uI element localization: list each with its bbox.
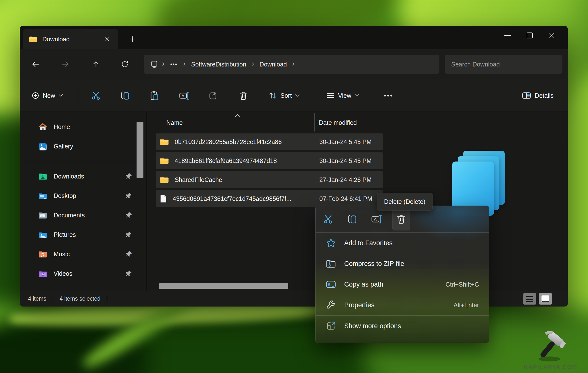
sort-label: Sort (280, 92, 292, 99)
menu-item-label: Properties (344, 301, 374, 309)
delete-button[interactable] (235, 87, 251, 104)
cut-button[interactable] (88, 87, 104, 104)
sidebar-item-home[interactable]: Home (20, 117, 146, 137)
folder-icon (160, 176, 169, 183)
menu-item-properties[interactable]: Properties Alt+Enter (316, 295, 489, 315)
sidebar-item-label: Downloads (54, 173, 84, 180)
breadcrumb-chevron: › (162, 60, 164, 69)
column-header-date-modified[interactable]: Date modified (319, 119, 357, 126)
breadcrumb-chevron: › (292, 60, 295, 69)
sidebar-item-gallery[interactable]: Gallery (20, 137, 146, 156)
rename-button[interactable]: A (176, 87, 192, 104)
tab-close-button[interactable] (102, 34, 112, 44)
minimize-button[interactable] (496, 28, 519, 43)
pin-icon[interactable] (125, 270, 132, 277)
context-menu: A Add to Favorites C (315, 206, 489, 343)
chevron-down-icon (59, 94, 63, 97)
details-view-toggle[interactable] (523, 293, 536, 305)
breadcrumb-softwaredistribution[interactable]: SoftwareDistribution (191, 61, 246, 68)
sidebar-item-desktop[interactable]: Desktop (20, 186, 146, 206)
view-button[interactable]: View (326, 79, 359, 112)
file-row[interactable]: 4356d0691a47361cf7ec1d745adc9856f7f... 0… (156, 190, 383, 207)
sidebar-item-pictures[interactable]: Pictures (20, 225, 146, 244)
menu-item-compress-to-zip[interactable]: Compress to ZIP file (316, 253, 489, 274)
rename-button[interactable]: A (368, 211, 385, 227)
menu-item-label: Show more options (344, 322, 401, 330)
forward-button[interactable] (58, 57, 72, 71)
sort-button[interactable]: Sort (269, 79, 300, 112)
sidebar-item-music[interactable]: Music (20, 244, 146, 264)
window-controls (496, 28, 563, 43)
sidebar-scrollbar[interactable] (137, 122, 143, 178)
close-button[interactable] (541, 28, 563, 43)
copy-button[interactable] (117, 87, 133, 104)
menu-item-shortcut: Ctrl+Shift+C (446, 281, 479, 288)
this-pc-icon (150, 60, 158, 68)
desktop-folder-icon (38, 192, 47, 200)
column-header-row: Name Date modified (147, 112, 394, 133)
file-row[interactable]: 4189ab661ff8cfaf9a6a394974487d18 30-Jan-… (156, 152, 383, 169)
breadcrumb-ellipsis[interactable]: ••• (170, 61, 177, 67)
sidebar-divider (24, 161, 142, 161)
refresh-button[interactable] (118, 57, 132, 71)
more-options-button[interactable]: ••• (384, 79, 393, 112)
star-icon (325, 238, 336, 248)
back-button[interactable] (29, 57, 43, 71)
sidebar-item-label: Home (54, 123, 70, 130)
toolbar-divider (262, 87, 262, 104)
delete-button[interactable] (392, 208, 410, 230)
pin-icon[interactable] (125, 192, 132, 199)
menu-item-add-to-favorites[interactable]: Add to Favorites (316, 233, 489, 253)
show-more-options-icon (325, 321, 336, 331)
pin-icon[interactable] (125, 250, 132, 258)
pictures-folder-icon (38, 231, 47, 239)
maximize-button[interactable] (519, 28, 541, 43)
tab-download[interactable]: Download (23, 29, 118, 49)
status-divider (107, 295, 107, 302)
new-button[interactable]: New (29, 79, 65, 112)
file-date-modified: 07-Feb-24 6:41 PM (319, 195, 372, 202)
menu-item-shortcut: Alt+Enter (453, 302, 479, 309)
plus-circle-icon (31, 92, 39, 99)
address-bar[interactable]: › ••• › SoftwareDistribution › Download … (144, 55, 439, 74)
up-button[interactable] (89, 57, 103, 71)
large-icons-view-toggle[interactable] (539, 293, 552, 305)
sidebar-item-documents[interactable]: Documents (20, 206, 146, 225)
svg-text:\\: \\ (328, 283, 330, 287)
music-folder-icon (38, 251, 47, 258)
column-divider[interactable] (314, 113, 315, 131)
hammer-icon (532, 327, 569, 364)
view-toggles (523, 293, 552, 305)
zip-folder-icon (325, 259, 336, 269)
sidebar-item-videos[interactable]: Videos (20, 264, 146, 283)
file-row[interactable]: SharedFileCache 27-Jan-24 4:26 PM (156, 171, 383, 188)
menu-item-copy-as-path[interactable]: \\ .. Copy as path Ctrl+Shift+C (316, 274, 489, 295)
horizontal-scrollbar[interactable] (159, 283, 288, 289)
folder-icon (29, 36, 37, 43)
details-pane-toggle[interactable]: Details (522, 79, 554, 112)
new-label: New (43, 92, 55, 99)
copy-button[interactable] (344, 211, 360, 227)
pin-icon[interactable] (125, 231, 132, 238)
breadcrumb-download[interactable]: Download (260, 61, 287, 68)
pin-icon[interactable] (125, 173, 132, 180)
paste-button[interactable] (147, 87, 163, 104)
items-selected: 4 items selected (60, 295, 100, 302)
search-input[interactable] (445, 55, 562, 74)
new-tab-button[interactable] (125, 32, 140, 47)
sidebar-item-label: Music (54, 251, 70, 258)
watermark-text: KAPILARYA.COM (519, 364, 583, 371)
sidebar-item-downloads[interactable]: Downloads (20, 167, 146, 186)
column-header-name[interactable]: Name (166, 119, 183, 126)
svg-text:..: .. (332, 283, 334, 287)
menu-item-show-more-options[interactable]: Show more options (316, 316, 489, 336)
menu-item-label: Compress to ZIP file (344, 260, 404, 268)
sidebar-item-label: Videos (54, 270, 72, 277)
details-pane-icon (522, 91, 531, 100)
status-divider (53, 295, 53, 302)
share-button[interactable] (206, 87, 222, 104)
navigation-bar: › ••• › SoftwareDistribution › Download … (20, 49, 568, 79)
file-row[interactable]: 0b71037d2280255a5b728ec1f41c2a86 30-Jan-… (156, 133, 383, 150)
cut-button[interactable] (320, 211, 336, 227)
pin-icon[interactable] (125, 211, 132, 219)
